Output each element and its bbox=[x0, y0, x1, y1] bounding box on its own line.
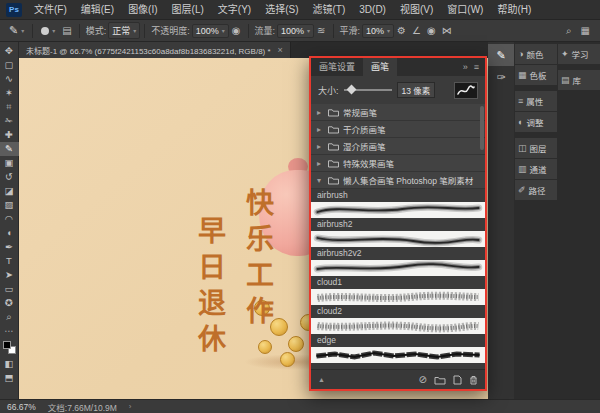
panel-menu-icon[interactable]: ≡ bbox=[474, 62, 479, 72]
crop-tool[interactable]: ⌗ bbox=[0, 100, 19, 114]
tab-brush-settings[interactable]: 画笔设置 bbox=[311, 58, 363, 76]
rectangle-tool[interactable]: ▭ bbox=[0, 282, 19, 296]
menu-item-3[interactable]: 图像(I) bbox=[121, 0, 164, 20]
libraries-panel-tab[interactable]: ▤库 bbox=[558, 70, 600, 90]
foreground-color-swatch[interactable] bbox=[3, 341, 11, 349]
new-group-icon[interactable] bbox=[434, 375, 446, 385]
airbrush-icon[interactable]: ≋ bbox=[314, 25, 328, 36]
hand-tool[interactable]: ✪ bbox=[0, 296, 19, 310]
toggle-brush-settings-panel-icon[interactable]: ▤ bbox=[59, 25, 74, 36]
chevron-down-icon[interactable]: ▾ bbox=[317, 176, 324, 185]
zoom-level-field[interactable]: 66.67% bbox=[7, 402, 36, 412]
chevron-right-icon[interactable]: ▸ bbox=[317, 159, 324, 168]
smoothing-options-gear-icon[interactable]: ⚙ bbox=[394, 25, 409, 36]
foreground-background-swatches[interactable] bbox=[3, 341, 16, 354]
tab-brushes[interactable]: 画笔 bbox=[363, 58, 397, 76]
horizontal-type-tool[interactable]: T bbox=[0, 254, 19, 268]
swatches-panel-tab[interactable]: ▦色板 bbox=[515, 65, 557, 85]
brush-tool[interactable]: ✎ bbox=[0, 142, 19, 156]
brush-list-area[interactable]: ▸常规画笔▸干介质画笔▸湿介质画笔▸特殊效果画笔▾懒人集合画笔 Photosho… bbox=[311, 104, 485, 369]
brush-item-airbrush[interactable]: airbrush bbox=[311, 189, 485, 218]
brush-folder-row[interactable]: ▸干介质画笔 bbox=[311, 121, 485, 138]
slider-knob[interactable] bbox=[346, 85, 356, 95]
search-icon[interactable]: ⌕ bbox=[566, 25, 572, 37]
history-brush-tool[interactable]: ↺ bbox=[0, 170, 19, 184]
paths-panel-tab[interactable]: ✐路径 bbox=[515, 180, 557, 200]
menu-item-8[interactable]: 3D(D) bbox=[352, 0, 393, 20]
stroke-preview-icon[interactable] bbox=[454, 82, 478, 99]
size-value-field[interactable]: 13 像素 bbox=[397, 82, 436, 98]
menu-item-10[interactable]: 窗口(W) bbox=[440, 0, 490, 20]
rectangular-marquee-tool[interactable]: ▢ bbox=[0, 58, 19, 72]
new-brush-icon[interactable] bbox=[453, 375, 462, 385]
brush-preset-picker[interactable]: ▾ bbox=[37, 27, 59, 35]
clone-stamp-tool[interactable]: ▣ bbox=[0, 156, 19, 170]
flow-select[interactable]: 100% ▾ bbox=[277, 24, 314, 38]
learn-panel-tab[interactable]: ✦学习 bbox=[558, 44, 600, 64]
edit-toolbar-icon[interactable]: ⋯ bbox=[0, 324, 19, 338]
move-tool[interactable]: ✥ bbox=[0, 44, 19, 58]
flow-value: 100% bbox=[281, 26, 304, 36]
collapse-panel-icon[interactable]: » bbox=[463, 62, 468, 72]
opacity-value: 100% bbox=[196, 26, 219, 36]
paint-symmetry-icon[interactable]: ⋈ bbox=[439, 25, 455, 36]
brush-angle-icon[interactable]: ∠ bbox=[409, 25, 424, 36]
eyedropper-tool[interactable]: ✁ bbox=[0, 114, 19, 128]
lasso-tool[interactable]: ∿ bbox=[0, 72, 19, 86]
layers-panel-tab[interactable]: ◫图层 bbox=[515, 138, 557, 158]
status-options-caret-icon[interactable]: › bbox=[129, 402, 132, 411]
chevron-down-icon: ▾ bbox=[387, 27, 390, 34]
scrollbar[interactable] bbox=[480, 106, 484, 150]
eraser-tool[interactable]: ◪ bbox=[0, 184, 19, 198]
close-icon[interactable]: × bbox=[278, 45, 283, 55]
chevron-right-icon[interactable]: ▸ bbox=[317, 125, 324, 134]
brush-item-airbrush2[interactable]: airbrush2 bbox=[311, 218, 485, 247]
quick-selection-tool[interactable]: ✶ bbox=[0, 86, 19, 100]
menu-item-5[interactable]: 文字(Y) bbox=[211, 0, 258, 20]
panel-grip-icon[interactable]: ▲ bbox=[318, 376, 325, 383]
pen-tool[interactable]: ✒ bbox=[0, 240, 19, 254]
quick-mask-mode-button[interactable]: ◧ bbox=[0, 357, 19, 371]
screen-mode-button[interactable]: ⬒ bbox=[0, 371, 19, 385]
color-panel-tab[interactable]: ◑颜色 bbox=[515, 44, 557, 64]
menu-item-7[interactable]: 滤镜(T) bbox=[306, 0, 353, 20]
document-tab[interactable]: 未标题-1 @ 66.7% (6775f2421153c60a8daf8b183… bbox=[19, 42, 291, 58]
opacity-select[interactable]: 100% ▾ bbox=[192, 24, 229, 38]
delete-brush-icon[interactable] bbox=[469, 375, 478, 385]
spot-healing-brush-tool[interactable]: ✚ bbox=[0, 128, 19, 142]
menu-item-2[interactable]: 编辑(E) bbox=[74, 0, 121, 20]
brush-settings-panel-icon[interactable]: ✑ bbox=[488, 66, 514, 88]
pressure-opacity-icon[interactable]: ◉ bbox=[229, 25, 244, 36]
brush-item-cloud1[interactable]: cloud1 bbox=[311, 276, 485, 305]
chevron-right-icon[interactable]: ▸ bbox=[317, 142, 324, 151]
brush-folder-row[interactable]: ▸常规画笔 bbox=[311, 104, 485, 121]
menu-item-1[interactable]: 文件(F) bbox=[27, 0, 74, 20]
pressure-size-icon[interactable]: ◉ bbox=[424, 25, 439, 36]
menu-item-11[interactable]: 帮助(H) bbox=[490, 0, 538, 20]
brush-item-cloud2[interactable]: cloud2 bbox=[311, 305, 485, 334]
brush-folder-row[interactable]: ▸特殊效果画笔 bbox=[311, 155, 485, 172]
properties-panel-tab[interactable]: ≡属性 bbox=[515, 91, 557, 111]
zoom-tool[interactable]: ⌕ bbox=[0, 310, 19, 324]
chevron-right-icon[interactable]: ▸ bbox=[317, 108, 324, 117]
menu-item-9[interactable]: 视图(V) bbox=[393, 0, 440, 20]
blend-mode-select[interactable]: 正常 ▾ bbox=[108, 22, 140, 39]
gradient-tool[interactable]: ▨ bbox=[0, 198, 19, 212]
menu-item-4[interactable]: 图层(L) bbox=[165, 0, 211, 20]
menu-item-6[interactable]: 选择(S) bbox=[258, 0, 305, 20]
size-slider[interactable] bbox=[344, 89, 392, 91]
brush-stroke-preview-toggle-icon[interactable]: ⊘ bbox=[419, 374, 427, 385]
dodge-tool[interactable]: ◖ bbox=[0, 226, 19, 240]
tool-preset-picker[interactable]: ✎ ▾ bbox=[5, 24, 28, 37]
brush-folder-row[interactable]: ▸湿介质画笔 bbox=[311, 138, 485, 155]
brush-item-edge[interactable]: edge bbox=[311, 334, 485, 363]
brush-folder-row[interactable]: ▾懒人集合画笔 Photoshop 笔刷素材 bbox=[311, 172, 485, 189]
smoothing-select[interactable]: 10% ▾ bbox=[362, 24, 394, 38]
channels-panel-tab[interactable]: ▥通道 bbox=[515, 159, 557, 179]
path-selection-tool[interactable]: ➤ bbox=[0, 268, 19, 282]
adjustments-panel-tab[interactable]: ◐调整 bbox=[515, 112, 557, 132]
workspace-switcher-icon[interactable]: ▦ bbox=[581, 25, 590, 36]
brushes-panel-icon[interactable]: ✎ bbox=[488, 44, 514, 66]
blur-tool[interactable]: ◠ bbox=[0, 212, 19, 226]
brush-item-airbrush2v2[interactable]: airbrush2v2 bbox=[311, 247, 485, 276]
